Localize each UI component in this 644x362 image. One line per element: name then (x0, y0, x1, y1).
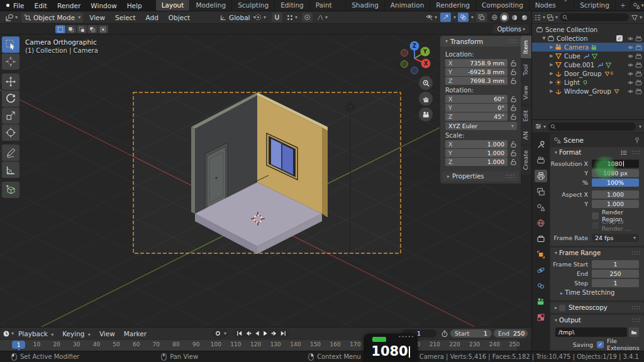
scale-tool-button[interactable] (2, 107, 19, 124)
disclosure-icon[interactable]: ▶ (548, 80, 555, 85)
time-stretching-collapsed[interactable]: ▸ Time Stretching (550, 288, 644, 298)
sidebar-tab-edit[interactable]: Edit (521, 106, 531, 126)
overlays-toggle[interactable] (458, 13, 469, 22)
scale-z-field[interactable]: Z1.000 (445, 158, 508, 166)
menu-edit[interactable]: Edit (30, 2, 52, 9)
menu-window[interactable]: Window (86, 2, 121, 9)
outliner-row-light[interactable]: ▶Light (532, 78, 644, 87)
folder-browse-button[interactable] (629, 327, 639, 337)
outliner-display-mode-icon[interactable] (534, 14, 541, 21)
add-cube-tool-button[interactable] (2, 182, 19, 198)
eye-icon[interactable] (627, 79, 634, 86)
playhead-badge[interactable]: 1 (12, 341, 25, 349)
properties-tab-output[interactable] (535, 170, 547, 182)
workspace-tab-sculpting[interactable]: Sculpting (232, 0, 275, 11)
eye-icon[interactable] (627, 70, 634, 77)
frame-range-header[interactable]: ▾ Frame Range :::: (550, 248, 644, 258)
lock-open-icon[interactable] (510, 96, 517, 102)
properties-search-input[interactable] (548, 123, 636, 131)
room-model[interactable] (191, 92, 328, 254)
measure-tool-button[interactable] (2, 162, 19, 178)
drag-dots-icon[interactable]: :::: (631, 150, 641, 155)
mesh-instance-icon[interactable] (613, 88, 620, 95)
gizmos-toggle[interactable] (440, 13, 451, 22)
outliner-row-cube[interactable]: ▶Cube (532, 52, 644, 60)
chevron-down-icon[interactable]: ▾ (639, 124, 641, 129)
outliner-row-scene-collection[interactable]: Scene Collection (532, 25, 644, 34)
menu-file[interactable]: File (8, 2, 30, 9)
scene-selector[interactable]: ▾ Scene (631, 1, 644, 10)
sidebar-tab-view[interactable]: View (521, 81, 531, 104)
camera-visibility-icon[interactable] (635, 44, 642, 51)
eye-icon[interactable] (627, 62, 634, 69)
modifier-wrench-icon[interactable] (596, 62, 603, 69)
eye-icon[interactable] (627, 44, 634, 51)
mode-selector[interactable]: Object Mode ▾ (21, 13, 83, 23)
camera-visibility-icon[interactable] (635, 35, 642, 42)
chevron-down-icon[interactable]: ▾ (471, 14, 474, 20)
disclosure-icon[interactable]: ▶ (548, 53, 555, 58)
workspace-tab-texture-paint[interactable]: Texture Paint (310, 0, 346, 11)
drag-dots-icon[interactable]: :::: (631, 250, 641, 256)
mesh-data-icon[interactable] (605, 62, 612, 69)
properties-tab-constraints[interactable] (535, 280, 547, 292)
workspace-tab-scripting[interactable]: Scripting (574, 0, 616, 11)
properties-tab-texture[interactable] (535, 311, 547, 324)
workspace-tab-geometry-nodes[interactable]: Geometry Nodes (530, 0, 574, 11)
add-workspace-button[interactable]: + (616, 0, 631, 11)
play-reverse-button[interactable] (253, 329, 261, 337)
outliner-row-window_group[interactable]: ▶Window_Group (532, 87, 644, 96)
frame-start-pill[interactable]: Start1 (450, 329, 492, 337)
transform-panel-header[interactable]: ▾ Transform :::: (440, 36, 521, 47)
lock-open-icon[interactable] (510, 77, 517, 84)
camera-visibility-icon[interactable] (635, 70, 642, 77)
rotation-mode-dropdown[interactable]: XYZ Euler ▾ (445, 122, 517, 130)
format-panel-header[interactable]: ▾ Format :::: (550, 147, 644, 158)
outliner-row-camera[interactable]: ▶Camera (532, 43, 644, 52)
rotation-x-field[interactable]: X60° (445, 95, 508, 103)
viewport-menu-select[interactable]: Select (110, 14, 140, 21)
viewport-menu-add[interactable]: Add (141, 14, 164, 21)
properties-tab-scene[interactable] (535, 201, 547, 214)
location-y-field[interactable]: Y-6925.8 mm (445, 68, 508, 76)
shading-material-button[interactable] (510, 13, 519, 22)
workspace-tab-compositing[interactable]: Compositing (476, 0, 530, 11)
rotation-z-field[interactable]: Z45° (445, 112, 508, 121)
lock-open-icon[interactable] (510, 158, 517, 165)
move-tool-button[interactable] (2, 74, 19, 90)
eye-icon[interactable] (627, 35, 634, 42)
select-mode-intersect-button[interactable] (98, 25, 108, 33)
properties-editor-icon[interactable] (535, 123, 542, 130)
properties-tab-view-layer[interactable] (535, 185, 547, 198)
properties-tab-world[interactable] (535, 217, 547, 229)
filter-funnel-icon[interactable] (631, 14, 638, 21)
frame-end-pill[interactable]: End250 (494, 329, 528, 337)
select-mode-invert-button[interactable] (87, 25, 97, 33)
aspect-y-field[interactable]: 1.000 (592, 200, 639, 208)
collection-checkbox[interactable]: ✓ (616, 35, 623, 41)
properties-tab-object[interactable] (535, 248, 547, 261)
outliner-row-collection[interactable]: ▼Collection✓ (532, 34, 644, 43)
properties-tab-object-data[interactable] (535, 295, 547, 308)
sidebar-tab-an[interactable]: AN (521, 127, 531, 145)
frame-step-field[interactable]: 1 (592, 279, 639, 287)
render-region-checkbox[interactable] (592, 212, 599, 219)
rotate-tool-button[interactable] (2, 90, 19, 107)
pin-icon[interactable] (633, 136, 641, 144)
lock-open-icon[interactable] (510, 141, 517, 148)
snap-target-button[interactable]: ▾ (284, 13, 300, 23)
resolution-y-field[interactable]: 1080 px (592, 169, 639, 177)
camera-visibility-icon[interactable] (635, 88, 642, 95)
falloff-button[interactable]: ▾ (314, 13, 330, 23)
chevron-down-icon[interactable]: ▾ (640, 14, 642, 20)
editor-type-button[interactable]: ▾ (3, 13, 20, 23)
proportional-editing-button[interactable] (302, 13, 313, 22)
timeline-ruler[interactable]: 1020304050607080901001101201301401501601… (0, 339, 531, 351)
output-header[interactable]: ▾ Output :::: (550, 315, 644, 326)
drag-dots-icon[interactable]: :::: (631, 305, 641, 310)
chevron-down-icon[interactable]: ▾ (543, 124, 546, 129)
xray-toggle[interactable] (476, 13, 487, 22)
stereoscopy-header[interactable]: ▸ Stereoscopy :::: (550, 302, 644, 313)
lock-open-icon[interactable] (510, 113, 517, 120)
eye-icon[interactable] (627, 88, 634, 95)
